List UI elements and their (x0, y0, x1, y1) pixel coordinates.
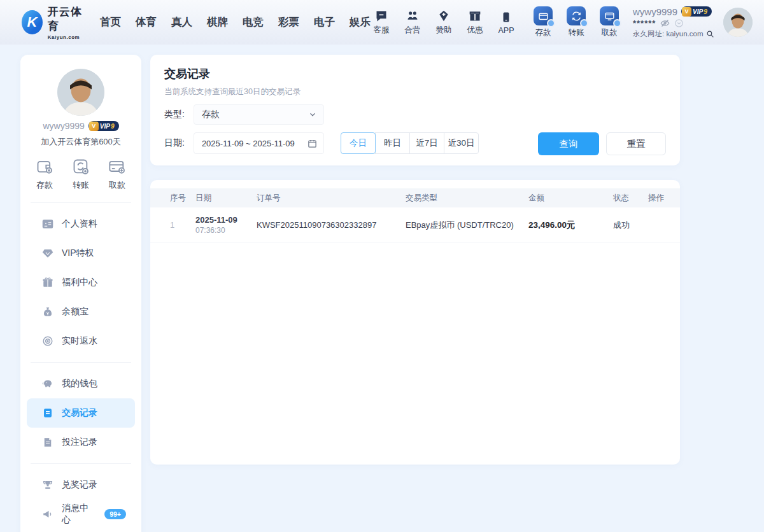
query-button[interactable]: 查询 (538, 132, 599, 155)
promotions-button[interactable]: 优惠 (464, 9, 486, 36)
sidebar-deposit-action[interactable]: 存款 (36, 158, 53, 191)
sidebar-item-transactions[interactable]: 交易记录 (27, 398, 135, 428)
partners-label: 合营 (405, 25, 421, 36)
col-amount: 金额 (528, 193, 613, 204)
col-status: 状态 (613, 193, 648, 204)
sidebar-item-label: 福利中心 (62, 277, 97, 288)
promotions-label: 优惠 (467, 25, 483, 36)
top-navbar: K 开云体育 Kaiyun.com 首页 体育 真人 棋牌 电竞 彩票 电子 娱… (0, 0, 764, 45)
sidebar-item-label: 余额宝 (62, 306, 88, 318)
vip-badge: V VIP9 (681, 6, 712, 17)
sidebar-vip-level: 9 (111, 123, 115, 130)
sidebar-transfer-action[interactable]: 转账 (72, 158, 90, 191)
partners-button[interactable]: 合营 (402, 9, 423, 36)
eye-off-icon[interactable] (660, 18, 670, 28)
row-date-day: 2025-11-09 (195, 215, 257, 225)
nav-link-slots[interactable]: 电子 (314, 15, 335, 29)
sidebar-item-rebate[interactable]: 实时返水 (27, 326, 135, 356)
withdraw-shortcut[interactable]: 取款 (597, 6, 621, 38)
range-30days-button[interactable]: 近30日 (444, 132, 479, 154)
sidebar-vip-shield-icon: V (89, 122, 99, 131)
range-yesterday-button[interactable]: 昨日 (375, 132, 410, 154)
sidebar-item-label: 交易记录 (62, 407, 97, 419)
brand-logo[interactable]: K 开云体育 Kaiyun.com (22, 4, 87, 40)
refresh-chevron-icon[interactable] (674, 18, 684, 28)
sidebar-item-messages[interactable]: 消息中心 99+ (27, 500, 135, 529)
type-select[interactable]: 存款 (194, 104, 324, 125)
quick-range-group: 今日 昨日 近7日 近30日 (341, 132, 479, 154)
sidebar-divider (31, 463, 131, 464)
app-download-button[interactable]: APP (495, 10, 517, 35)
masked-balance: ****** (633, 18, 656, 28)
user-block: wywy9999 V VIP9 ****** 永久网址: kaiyun.com (633, 6, 714, 39)
nav-link-entertainment[interactable]: 娱乐 (350, 15, 371, 29)
row-date: 2025-11-09 07:36:30 (195, 215, 257, 235)
transfer-badge-dot (580, 19, 588, 27)
row-order-no: KWSF202511090736302332897 (257, 220, 406, 230)
withdraw-shortcut-label: 取款 (602, 27, 618, 38)
sidebar-item-prizes[interactable]: 兑奖记录 (27, 470, 135, 500)
chevron-down-icon (308, 110, 317, 119)
target-icon (42, 335, 53, 347)
username[interactable]: wywy9999 (633, 6, 677, 17)
nav-link-live-casino[interactable]: 真人 (171, 15, 192, 29)
col-action: 操作 (648, 193, 680, 204)
avatar[interactable] (723, 8, 753, 37)
sidebar-item-yuebao[interactable]: 余额宝 (27, 297, 135, 326)
support-button[interactable]: 客服 (371, 9, 392, 36)
support-chat-icon (375, 9, 388, 23)
sidebar-item-bets[interactable]: 投注记录 (27, 428, 135, 457)
sidebar-withdraw-action[interactable]: 取款 (108, 158, 126, 191)
table-header-row: 序号 日期 订单号 交易类型 金额 状态 操作 (150, 188, 680, 207)
type-label: 类型: (164, 109, 185, 120)
bet-doc-icon (42, 437, 53, 448)
transaction-doc-icon (42, 407, 53, 419)
row-status: 成功 (613, 220, 648, 231)
date-range-value: 2025-11-09 ~ 2025-11-09 (202, 139, 295, 148)
gift-icon (469, 9, 481, 23)
sidebar-avatar[interactable] (57, 69, 104, 116)
sidebar-item-welfare[interactable]: 福利中心 (27, 268, 135, 297)
range-today-button[interactable]: 今日 (341, 132, 376, 154)
sidebar-vip-badge: V VIP9 (88, 121, 119, 131)
row-index: 1 (170, 220, 195, 230)
page-title: 交易记录 (164, 66, 210, 81)
sidebar-item-wallet[interactable]: 我的钱包 (27, 369, 135, 398)
sidebar-deposit-label: 存款 (36, 179, 53, 191)
row-amount: 23,496.00元 (528, 220, 613, 231)
range-7days-button[interactable]: 近7日 (409, 132, 444, 154)
sidebar-divider (31, 362, 131, 363)
support-label: 客服 (374, 25, 390, 36)
app-label: APP (498, 26, 514, 35)
sidebar-item-profile[interactable]: 个人资料 (27, 209, 135, 239)
sidebar-item-vip[interactable]: VIP特权 (27, 239, 135, 268)
nav-link-lottery[interactable]: 彩票 (278, 15, 299, 29)
col-date: 日期 (195, 193, 257, 204)
withdraw-tile-icon (600, 6, 619, 25)
transfer-shortcut[interactable]: 转账 (564, 6, 588, 38)
brand-name: 开云体育 (48, 4, 87, 34)
brand-logo-icon: K (22, 10, 43, 34)
piggy-bank-icon (42, 378, 53, 389)
money-bag-icon (42, 306, 53, 318)
sidebar-transfer-label: 转账 (73, 179, 89, 191)
nav-link-board-games[interactable]: 棋牌 (207, 15, 228, 29)
profile-sidebar: wywy9999 V VIP9 加入开云体育第600天 存款 转账 取款 个人资… (20, 55, 141, 532)
wallet-tools: 存款 转账 取款 (531, 6, 621, 38)
brand-domain: Kaiyun.com (48, 34, 87, 40)
vip-level: 9 (704, 8, 707, 15)
deposit-shortcut[interactable]: 存款 (531, 6, 555, 38)
magnifier-icon[interactable] (706, 30, 714, 38)
permanent-url: 永久网址: kaiyun.com (633, 29, 704, 39)
reset-button[interactable]: 重置 (606, 132, 666, 155)
transfer-tile-icon (567, 6, 586, 25)
date-range-input[interactable]: 2025-11-09 ~ 2025-11-09 (194, 132, 324, 154)
membership-days: 加入开云体育第600天 (20, 136, 141, 148)
nav-link-sports[interactable]: 体育 (136, 15, 157, 29)
nav-link-home[interactable]: 首页 (100, 15, 121, 29)
nav-link-esports[interactable]: 电竞 (243, 15, 264, 29)
id-card-icon (42, 218, 53, 230)
withdraw-badge-dot (613, 19, 621, 27)
main-nav: 首页 体育 真人 棋牌 电竞 彩票 电子 娱乐 (100, 15, 371, 29)
sponsor-button[interactable]: 赞助 (433, 9, 455, 36)
